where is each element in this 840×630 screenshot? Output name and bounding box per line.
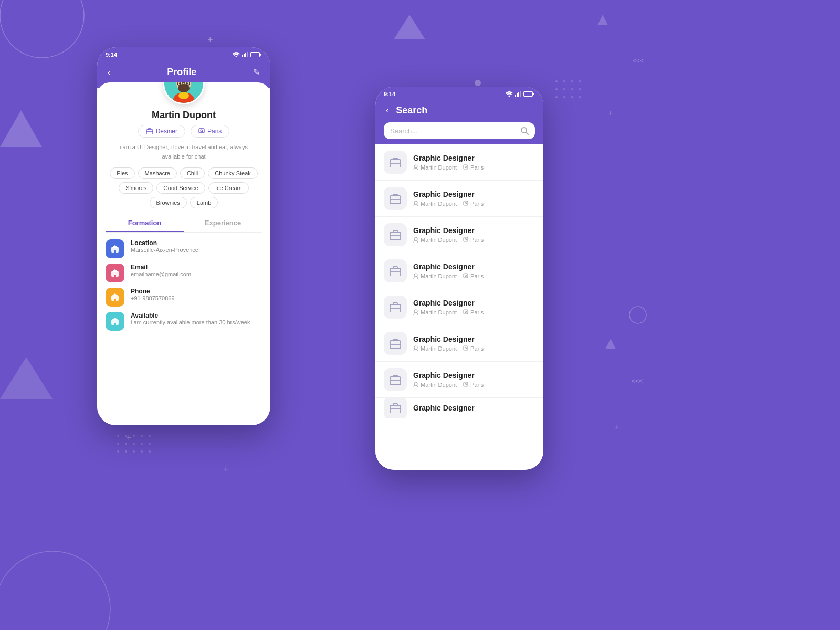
svg-point-113 xyxy=(465,311,467,313)
svg-rect-50 xyxy=(260,54,261,56)
email-info-text: Email emailname@gmail.com xyxy=(131,264,191,277)
svg-point-16 xyxy=(141,443,143,445)
result-meta-5: Martin Dupont Paris xyxy=(413,309,535,316)
available-icon xyxy=(110,317,120,326)
svg-point-123 xyxy=(465,384,467,385)
svg-rect-47 xyxy=(245,53,246,57)
skill-lamb: Lamb xyxy=(190,197,218,208)
result-info-3: Graphic Designer Martin Dupont Paris xyxy=(413,226,535,243)
person-icon xyxy=(413,164,418,171)
result-item-7[interactable]: Graphic Designer Martin Dupont Paris xyxy=(375,362,543,398)
email-icon-circle xyxy=(106,264,124,282)
search-header: ‹ Search Search... xyxy=(375,100,543,144)
result-icon-5 xyxy=(384,296,407,319)
search-phone: 9:14 ‹ Search Search... xyxy=(375,87,543,470)
result-meta-4: Martin Dupont Paris xyxy=(413,273,535,279)
result-name-1: Martin Dupont xyxy=(413,164,457,171)
skill-good-service: Good Service xyxy=(156,182,205,194)
svg-point-108 xyxy=(465,275,467,277)
svg-point-18 xyxy=(117,450,119,453)
svg-text:+: + xyxy=(207,35,213,45)
svg-point-37 xyxy=(475,80,481,86)
svg-point-28 xyxy=(579,80,581,82)
profile-name: Martin Dupont xyxy=(97,110,270,121)
svg-point-98 xyxy=(465,203,467,204)
result-item-6[interactable]: Graphic Designer Martin Dupont Paris xyxy=(375,326,543,362)
svg-rect-107 xyxy=(464,274,468,278)
skill-chili: Chili xyxy=(180,167,205,179)
svg-point-30 xyxy=(563,88,565,90)
svg-point-25 xyxy=(555,80,558,82)
svg-point-111 xyxy=(414,310,417,313)
briefcase-icon-3 xyxy=(390,229,401,240)
svg-rect-45 xyxy=(242,55,243,57)
svg-point-13 xyxy=(117,443,119,445)
svg-point-0 xyxy=(0,0,84,58)
result-icon-3 xyxy=(384,223,407,246)
result-title-3: Graphic Designer xyxy=(413,226,535,235)
svg-rect-117 xyxy=(464,346,468,350)
result-icon-4 xyxy=(384,259,407,282)
result-title-2: Graphic Designer xyxy=(413,190,535,198)
location-label: Location xyxy=(131,239,198,247)
result-item-4[interactable]: Graphic Designer Martin Dupont Paris xyxy=(375,253,543,289)
svg-rect-75 xyxy=(114,299,116,301)
result-location-6: Paris xyxy=(463,345,484,352)
svg-marker-3 xyxy=(0,357,52,399)
svg-point-62 xyxy=(186,82,188,85)
location-icon-tag xyxy=(198,128,205,135)
map-icon-3 xyxy=(463,237,468,243)
svg-rect-48 xyxy=(247,52,248,57)
skill-mashacre: Mashacre xyxy=(138,167,177,179)
profile-bio: i am a UI Designer, i love to travel and… xyxy=(97,143,270,161)
svg-point-54 xyxy=(178,92,189,99)
svg-rect-122 xyxy=(464,382,468,386)
svg-rect-112 xyxy=(464,310,468,314)
svg-point-36 xyxy=(579,96,581,98)
result-item-5[interactable]: Graphic Designer Martin Dupont Paris xyxy=(375,289,543,326)
result-item-3[interactable]: Graphic Designer Martin Dupont Paris xyxy=(375,217,543,253)
tag-designer-label: Desiner xyxy=(156,128,177,135)
result-location-1: Paris xyxy=(463,164,484,171)
map-icon-2 xyxy=(463,201,468,207)
svg-marker-74 xyxy=(111,293,119,296)
svg-rect-82 xyxy=(518,92,519,97)
briefcase-icon-7 xyxy=(390,374,401,385)
svg-marker-1 xyxy=(0,110,42,147)
tab-formation[interactable]: Formation xyxy=(106,215,184,232)
svg-point-12 xyxy=(149,435,151,437)
svg-rect-46 xyxy=(244,54,245,57)
briefcase-icon-8 xyxy=(390,403,401,413)
status-icons-right xyxy=(506,91,535,97)
result-meta-6: Martin Dupont Paris xyxy=(413,345,535,352)
email-icon xyxy=(110,268,120,278)
result-meta-2: Martin Dupont Paris xyxy=(413,201,535,207)
info-phone: Phone +91-9887570869 xyxy=(106,288,262,307)
result-name-6: Martin Dupont xyxy=(413,345,457,352)
svg-point-10 xyxy=(133,435,135,437)
result-location-3: Paris xyxy=(463,237,484,243)
edit-button[interactable]: ✎ xyxy=(251,65,262,79)
svg-point-14 xyxy=(125,443,127,445)
svg-rect-102 xyxy=(464,237,468,242)
skill-chunky: Chunky Steak xyxy=(208,167,257,179)
tabs-row: Formation Experience xyxy=(106,215,262,233)
svg-rect-86 xyxy=(524,92,532,96)
svg-text:+: + xyxy=(608,109,612,117)
result-item-1[interactable]: Graphic Designer Martin Dupont Paris xyxy=(375,144,543,181)
status-icons-left xyxy=(233,52,262,57)
result-name-2: Martin Dupont xyxy=(413,201,457,207)
back-button-left[interactable]: ‹ xyxy=(106,66,112,79)
back-button-right[interactable]: ‹ xyxy=(384,103,391,117)
result-item-2[interactable]: Graphic Designer Martin Dupont Paris xyxy=(375,181,543,217)
search-placeholder: Search... xyxy=(390,127,520,135)
svg-point-44 xyxy=(236,56,237,58)
svg-point-101 xyxy=(414,237,417,240)
result-name-4: Martin Dupont xyxy=(413,273,457,279)
result-info-7: Graphic Designer Martin Dupont Paris xyxy=(413,371,535,388)
tab-experience[interactable]: Experience xyxy=(184,215,262,232)
svg-point-15 xyxy=(133,443,135,445)
email-value: emailname@gmail.com xyxy=(131,271,191,277)
person-icon-3 xyxy=(413,237,418,243)
search-bar[interactable]: Search... xyxy=(384,122,535,139)
